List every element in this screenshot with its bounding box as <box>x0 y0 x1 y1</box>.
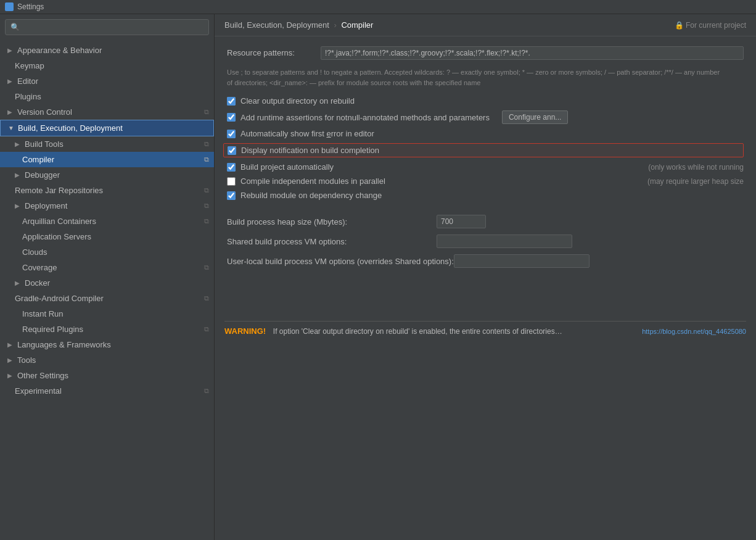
resource-patterns-row: Resource patterns: <box>227 46 744 60</box>
arrow-icon: ▶ <box>15 141 22 147</box>
copy-icon: ⧉ <box>204 156 209 164</box>
arrow-open-icon: ▼ <box>8 125 15 131</box>
sidebar-item-tools[interactable]: ▶ Tools <box>0 352 214 368</box>
title-bar: Settings <box>0 0 756 14</box>
user-vm-label: User-local build process VM options (ove… <box>227 257 454 266</box>
check-row-build-auto: Build project automatically (only works … <box>227 162 744 172</box>
user-vm-input[interactable] <box>454 254 590 268</box>
sidebar-item-deployment[interactable]: ▶ Deployment ⧉ <box>0 198 214 214</box>
sidebar-item-build-execution[interactable]: ▼ Build, Execution, Deployment <box>0 120 214 136</box>
resource-patterns-input[interactable] <box>321 46 744 60</box>
sidebar-item-label: Keymap <box>15 61 44 70</box>
copy-icon: ⧉ <box>204 140 209 148</box>
warning-text: If option 'Clear output directory on reb… <box>273 327 562 336</box>
copy-icon: ⧉ <box>204 264 209 272</box>
sidebar-item-label: Other Settings <box>17 371 68 380</box>
resource-patterns-label: Resource patterns: <box>227 46 313 57</box>
sidebar-item-editor[interactable]: ▶ Editor <box>0 73 214 89</box>
breadcrumb-parent: Build, Execution, Deployment <box>224 20 329 30</box>
sidebar-item-compiler[interactable]: Compiler ⧉ <box>0 152 214 167</box>
sidebar-item-languages[interactable]: ▶ Languages & Frameworks <box>0 337 214 352</box>
sidebar-item-label: Build Tools <box>25 139 64 149</box>
arrow-icon: ▶ <box>7 47 15 54</box>
rebuild-dependency-checkbox[interactable] <box>227 191 236 200</box>
sidebar-item-label: Build, Execution, Deployment <box>18 123 123 133</box>
clear-output-label: Clear output directory on rebuild <box>240 96 355 106</box>
heap-size-input[interactable] <box>437 215 486 228</box>
content-header: Build, Execution, Deployment › Compiler … <box>215 14 756 36</box>
sidebar-item-experimental[interactable]: Experimental ⧉ <box>0 383 214 399</box>
add-runtime-label: Add runtime assertions for notnull-annot… <box>240 113 490 122</box>
copy-icon: ⧉ <box>204 294 209 302</box>
compile-parallel-note: (may require larger heap size <box>647 177 744 186</box>
check-row-clear-output: Clear output directory on rebuild <box>227 96 744 106</box>
content-panel: Build, Execution, Deployment › Compiler … <box>215 14 756 540</box>
nav-tree: ▶ Appearance & Behavior Keymap ▶ Editor … <box>0 40 214 540</box>
arrow-icon: ▶ <box>7 372 15 379</box>
sidebar-item-label: Coverage <box>22 263 57 272</box>
sidebar-item-version-control[interactable]: ▶ Version Control ⧉ <box>0 104 214 120</box>
copy-icon: ⧉ <box>204 186 209 194</box>
sidebar-item-plugins[interactable]: Plugins <box>0 89 214 104</box>
auto-show-label: Automatically show first error in editor <box>240 129 374 138</box>
arrow-icon: ▶ <box>15 280 22 286</box>
compile-parallel-checkbox[interactable] <box>227 177 236 186</box>
clear-output-checkbox[interactable] <box>227 97 236 106</box>
check-row-display-notification: Display notification on build completion <box>223 143 744 157</box>
check-row-compile-parallel: Compile independent modules in parallel … <box>227 177 744 186</box>
sidebar-item-label: Debugger <box>25 170 60 180</box>
build-auto-checkbox[interactable] <box>227 163 236 172</box>
sidebar-item-app-servers[interactable]: Application Servers <box>0 229 214 244</box>
shared-vm-label: Shared build process VM options: <box>227 237 437 246</box>
app-icon <box>5 2 14 11</box>
copy-icon: ⧉ <box>204 202 209 210</box>
sidebar-item-label: Editor <box>17 77 38 86</box>
shared-vm-input[interactable] <box>437 235 572 248</box>
sidebar-item-debugger[interactable]: ▶ Debugger <box>0 167 214 183</box>
for-current-project: For current project <box>675 21 746 30</box>
sidebar-item-remote-jar[interactable]: Remote Jar Repositories ⧉ <box>0 183 214 198</box>
add-runtime-checkbox[interactable] <box>227 113 236 122</box>
content-body: Resource patterns: Use ; to separate pat… <box>215 36 756 284</box>
sidebar-item-label: Instant Run <box>22 309 64 318</box>
sidebar-item-appearance[interactable]: ▶ Appearance & Behavior <box>0 43 214 58</box>
configure-ann-button[interactable]: Configure ann... <box>502 110 568 124</box>
breadcrumb: Build, Execution, Deployment › Compiler <box>224 20 373 30</box>
search-icon: 🔍 <box>10 23 20 31</box>
breadcrumb-current: Compiler <box>341 20 373 30</box>
sidebar-item-label: Gradle-Android Compiler <box>15 294 104 303</box>
sidebar-item-other-settings[interactable]: ▶ Other Settings <box>0 368 214 383</box>
auto-show-error-checkbox[interactable] <box>227 130 236 138</box>
sidebar-item-label: Deployment <box>25 201 67 210</box>
warning-section: WARNING! If option 'Clear output directo… <box>224 326 562 336</box>
sidebar-item-keymap[interactable]: Keymap <box>0 58 214 73</box>
arrow-icon: ▶ <box>15 202 22 209</box>
sidebar-item-label: Docker <box>25 278 50 288</box>
build-auto-note: (only works while not running <box>648 163 744 172</box>
user-vm-row: User-local build process VM options (ove… <box>227 254 744 268</box>
search-box[interactable]: 🔍 <box>5 19 209 35</box>
sidebar-item-label: Clouds <box>22 247 47 257</box>
breadcrumb-separator: › <box>334 20 336 30</box>
copy-icon: ⧉ <box>204 217 209 225</box>
warning-link[interactable]: https://blog.csdn.net/qq_44625080 <box>642 328 746 335</box>
sidebar-item-coverage[interactable]: Coverage ⧉ <box>0 260 214 275</box>
copy-icon: ⧉ <box>204 387 209 395</box>
check-row-auto-show: Automatically show first error in editor <box>227 129 744 138</box>
sidebar-item-docker[interactable]: ▶ Docker <box>0 275 214 291</box>
sidebar-item-build-tools[interactable]: ▶ Build Tools ⧉ <box>0 136 214 152</box>
sidebar-item-clouds[interactable]: Clouds <box>0 244 214 260</box>
warning-label: WARNING! <box>224 326 266 336</box>
sidebar-item-required-plugins[interactable]: Required Plugins ⧉ <box>0 322 214 337</box>
search-input[interactable] <box>23 23 203 31</box>
sidebar-item-arquillian[interactable]: Arquillian Containers ⧉ <box>0 214 214 229</box>
help-text: Use ; to separate patterns and ! to nega… <box>227 67 720 88</box>
shared-vm-row: Shared build process VM options: <box>227 235 744 248</box>
sidebar-item-gradle-android[interactable]: Gradle-Android Compiler ⧉ <box>0 291 214 306</box>
display-notification-checkbox[interactable] <box>228 146 236 155</box>
sidebar-item-instant-run[interactable]: Instant Run <box>0 306 214 322</box>
sidebar-item-label: Remote Jar Repositories <box>15 186 103 195</box>
copy-icon: ⧉ <box>204 325 209 333</box>
heap-size-row: Build process heap size (Mbytes): <box>227 215 744 228</box>
arrow-icon: ▶ <box>7 341 15 348</box>
